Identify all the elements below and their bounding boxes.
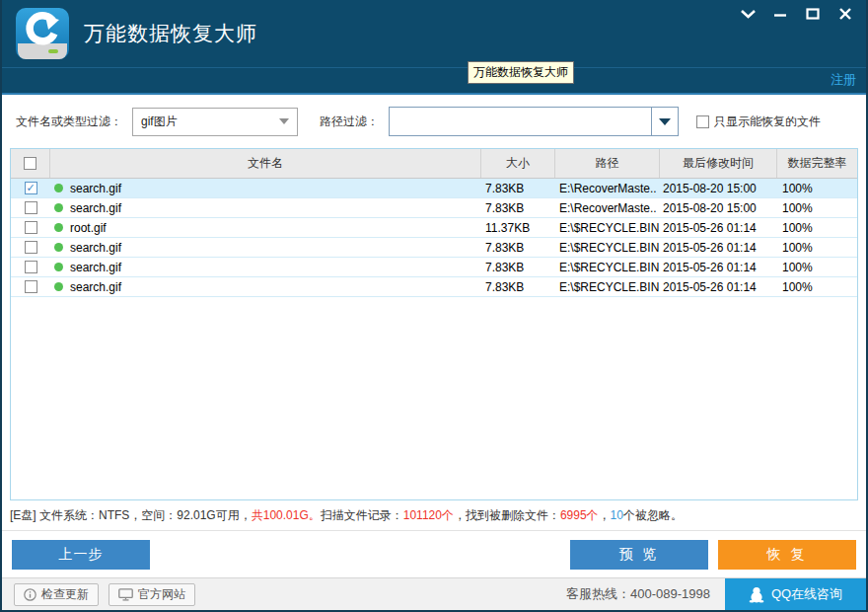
status-segment: ， xyxy=(599,507,611,524)
file-status-dot-icon xyxy=(54,203,63,212)
file-status-dot-icon xyxy=(54,223,63,232)
type-filter-dropdown[interactable]: gif图片 xyxy=(132,108,298,136)
row-checkbox[interactable] xyxy=(25,280,37,293)
file-modified: 2015-05-26 01:14 xyxy=(660,261,777,274)
type-filter-label: 文件名或类型过滤： xyxy=(16,114,122,130)
footer-bar: 检查更新 官方网站 客服热线：400-089-1998 QQ在线咨询 xyxy=(2,577,866,610)
close-icon[interactable] xyxy=(836,6,854,22)
file-modified: 2015-05-26 01:14 xyxy=(660,241,777,255)
status-segment: 10 xyxy=(611,508,623,522)
file-modified: 2015-05-26 01:14 xyxy=(660,280,777,294)
file-status-dot-icon xyxy=(54,184,63,192)
file-integrity: 100% xyxy=(777,241,857,255)
file-size: 7.83KB xyxy=(481,201,555,215)
file-modified: 2015-08-20 15:00 xyxy=(660,201,777,215)
file-size: 7.83KB xyxy=(481,241,555,255)
check-update-label: 检查更新 xyxy=(41,586,89,603)
table-row[interactable]: search.gif 7.83KB E:\RecoverMaste.. 2015… xyxy=(11,179,857,198)
qq-consult-label: QQ在线咨询 xyxy=(771,585,842,603)
only-recoverable-checkbox[interactable] xyxy=(696,115,709,128)
table-row[interactable]: search.gif 7.83KB E:\$RECYCLE.BIN.. 2015… xyxy=(11,258,857,277)
app-window: 万能数据恢复大师 注册 万能数据恢复大师 文件名或类型过滤 xyxy=(0,0,868,612)
status-segment: [E盘] 文件系统：NTFS，空间：92.01G可用， xyxy=(10,507,252,524)
path-filter-label: 路径过滤： xyxy=(320,114,379,130)
minimize-icon[interactable] xyxy=(771,6,789,22)
file-name: search.gif xyxy=(70,182,121,195)
table-row[interactable]: search.gif 7.83KB E:\$RECYCLE.BIN.. 2015… xyxy=(11,238,857,258)
app-logo-icon xyxy=(16,8,69,59)
header-subband: 注册 xyxy=(2,68,866,94)
back-button[interactable]: 上一步 xyxy=(12,540,150,570)
file-integrity: 100% xyxy=(777,201,857,215)
path-filter-combobox xyxy=(389,107,679,136)
file-integrity: 100% xyxy=(777,221,857,235)
file-status-dot-icon xyxy=(54,263,63,271)
dropdown-arrow-icon xyxy=(659,118,671,125)
action-bar: 上一步 预 览 恢 复 xyxy=(2,530,866,577)
file-size: 7.83KB xyxy=(481,182,555,195)
column-header-path[interactable]: 路径 xyxy=(555,149,660,178)
maximize-icon[interactable] xyxy=(804,6,822,22)
qq-consult-button[interactable]: QQ在线咨询 xyxy=(725,578,866,610)
path-filter-input[interactable] xyxy=(390,108,651,135)
file-integrity: 100% xyxy=(777,280,857,294)
register-link[interactable]: 注册 xyxy=(831,71,856,89)
file-modified: 2015-05-26 01:14 xyxy=(660,221,777,235)
column-header-size[interactable]: 大小 xyxy=(481,149,555,178)
hotline-number: 400-089-1998 xyxy=(630,586,710,601)
table-row[interactable]: search.gif 7.83KB E:\$RECYCLE.BIN.. 2015… xyxy=(11,277,857,297)
only-recoverable-label: 只显示能恢复的文件 xyxy=(714,114,821,130)
collapse-chevron-icon[interactable] xyxy=(739,6,757,22)
status-segment: 101120个 xyxy=(403,507,454,524)
official-site-button[interactable]: 官方网站 xyxy=(108,583,195,606)
filter-bar: 文件名或类型过滤： gif图片 路径过滤： 只显示能恢复的文件 xyxy=(2,95,866,148)
column-header-name[interactable]: 文件名 xyxy=(50,149,481,178)
file-name: search.gif xyxy=(70,201,121,215)
file-status-dot-icon xyxy=(54,282,63,291)
only-recoverable-option[interactable]: 只显示能恢复的文件 xyxy=(696,114,821,130)
file-path: E:\$RECYCLE.BIN.. xyxy=(555,280,660,294)
file-path: E:\RecoverMaste.. xyxy=(555,182,660,195)
title-bar: 万能数据恢复大师 xyxy=(2,0,866,68)
status-segment: 共100.01G。 xyxy=(252,507,321,524)
hotline-text: 客服热线：400-089-1998 xyxy=(566,585,710,603)
file-path: E:\$RECYCLE.BIN.. xyxy=(555,261,660,274)
app-title: 万能数据恢复大师 xyxy=(84,20,257,47)
path-filter-dropdown-button[interactable] xyxy=(651,108,678,135)
check-update-button[interactable]: 检查更新 xyxy=(14,583,99,606)
file-path: E:\$RECYCLE.BIN.. xyxy=(555,221,660,235)
file-name: search.gif xyxy=(70,261,121,274)
preview-button[interactable]: 预 览 xyxy=(570,540,708,570)
file-status-dot-icon xyxy=(54,243,63,252)
file-path: E:\RecoverMaste.. xyxy=(555,201,660,215)
official-site-label: 官方网站 xyxy=(138,586,185,603)
file-name: search.gif xyxy=(70,241,121,255)
file-size: 7.83KB xyxy=(481,280,555,294)
row-checkbox[interactable] xyxy=(25,241,37,254)
row-checkbox[interactable] xyxy=(25,182,37,194)
qq-penguin-icon xyxy=(749,586,764,603)
row-checkbox[interactable] xyxy=(25,201,37,214)
row-checkbox[interactable] xyxy=(25,221,37,234)
status-segment: 6995个 xyxy=(560,507,599,524)
recover-button[interactable]: 恢 复 xyxy=(718,540,856,570)
column-header-modified[interactable]: 最后修改时间 xyxy=(660,149,777,178)
table-body: search.gif 7.83KB E:\RecoverMaste.. 2015… xyxy=(11,179,857,297)
status-segment: ，找到被删除文件： xyxy=(454,507,560,524)
table-row[interactable]: search.gif 7.83KB E:\RecoverMaste.. 2015… xyxy=(11,198,857,218)
header: 万能数据恢复大师 注册 xyxy=(2,0,866,95)
select-all-checkbox[interactable] xyxy=(24,157,36,170)
dropdown-arrow-icon xyxy=(279,118,289,124)
file-integrity: 100% xyxy=(777,261,857,274)
window-controls xyxy=(739,6,854,22)
row-checkbox[interactable] xyxy=(25,261,37,273)
file-size: 7.83KB xyxy=(481,261,555,274)
status-segment: 个被忽略。 xyxy=(623,507,683,524)
table-row[interactable]: root.gif 11.37KB E:\$RECYCLE.BIN.. 2015-… xyxy=(11,218,857,238)
info-icon xyxy=(24,588,36,601)
status-text: [E盘] 文件系统：NTFS，空间：92.01G可用，共100.01G。扫描文件… xyxy=(2,500,866,530)
type-filter-value: gif图片 xyxy=(141,114,178,130)
tooltip: 万能数据恢复大师 xyxy=(468,61,574,84)
file-modified: 2015-08-20 15:00 xyxy=(660,182,777,195)
column-header-integrity[interactable]: 数据完整率 xyxy=(777,149,857,178)
